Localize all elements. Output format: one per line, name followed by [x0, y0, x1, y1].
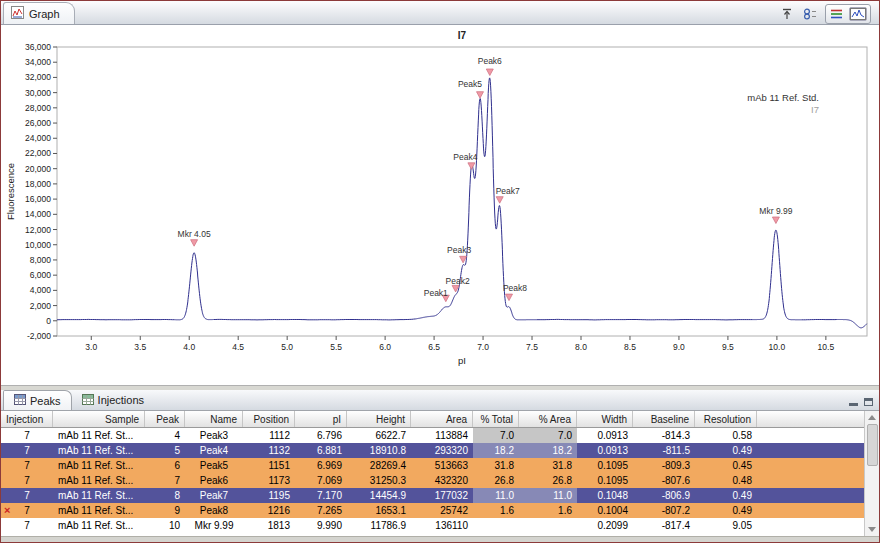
cell-width: 0.0913: [577, 428, 633, 443]
column-header-width[interactable]: Width: [577, 411, 633, 427]
column-header-baseline[interactable]: Baseline: [633, 411, 695, 427]
x-axis-label: pI: [458, 355, 466, 366]
cell-width: 0.1095: [577, 473, 633, 488]
cell-resolution: 9.05: [695, 518, 757, 533]
scroll-down-icon[interactable]: [868, 527, 876, 532]
column-header-resolution[interactable]: Resolution: [695, 411, 757, 427]
column-header-sample[interactable]: Sample: [53, 411, 145, 427]
cell-pct_total: 11.0: [473, 488, 519, 503]
chart-options-group: [825, 4, 871, 24]
column-header-peak[interactable]: Peak: [145, 411, 185, 427]
cell-pi: 6.881: [295, 443, 347, 458]
cell-position: 1813: [243, 518, 295, 533]
column-header-pi[interactable]: pI: [295, 411, 347, 427]
svg-text:6,000: 6,000: [30, 270, 52, 280]
legend-injection-label: I7: [811, 104, 819, 115]
tab-graph-label: Graph: [29, 8, 60, 20]
cell-baseline: -807.6: [633, 473, 695, 488]
table-row[interactable]: 7mAb 11 Ref. St...8Peak711957.17014454.9…: [1, 488, 864, 503]
tab-graph[interactable]: Graph: [3, 2, 75, 24]
peak-label: Peak8: [503, 283, 527, 293]
cell-resolution: 0.49: [695, 443, 757, 458]
peaks-table: InjectionSamplePeakNamePositionpIHeightA…: [1, 411, 879, 536]
cell-pi: 7.265: [295, 503, 347, 518]
cell-name: Peak4: [185, 443, 243, 458]
svg-text:5.0: 5.0: [281, 342, 293, 352]
excluded-icon: ×: [4, 503, 10, 518]
maximize-icon[interactable]: [864, 398, 873, 406]
column-header-area[interactable]: Area: [411, 411, 473, 427]
svg-text:3.5: 3.5: [134, 342, 146, 352]
legend-icon[interactable]: [829, 7, 845, 21]
marker-settings-icon[interactable]: [802, 7, 817, 21]
cell-name: Peak3: [185, 428, 243, 443]
cell-injection: 7: [1, 428, 53, 443]
cell-filler: [757, 473, 864, 488]
svg-text:30,000: 30,000: [25, 88, 51, 98]
electropherogram-chart[interactable]: I7-2,00002,0004,0006,0008,00010,00012,00…: [1, 25, 879, 381]
cell-area: 513663: [411, 458, 473, 473]
cell-position: 1216: [243, 503, 295, 518]
cell-injection: ×7: [1, 503, 53, 518]
cell-filler: [757, 488, 864, 503]
svg-text:4.5: 4.5: [232, 342, 244, 352]
cell-baseline: -814.3: [633, 428, 695, 443]
cell-height: 6622.7: [347, 428, 411, 443]
cell-pct_area: 31.8: [519, 458, 577, 473]
cell-peak: 9: [145, 503, 185, 518]
cell-width: 0.0913: [577, 443, 633, 458]
svg-text:9.0: 9.0: [673, 342, 685, 352]
cell-pi: 7.170: [295, 488, 347, 503]
column-header-injection[interactable]: Injection: [1, 411, 53, 427]
minimize-icon[interactable]: [849, 398, 858, 406]
cell-width: 0.2099: [577, 518, 633, 533]
tab-peaks[interactable]: Peaks: [3, 390, 72, 410]
cell-area: 136110: [411, 518, 473, 533]
cell-peak: 8: [145, 488, 185, 503]
table-row[interactable]: 7mAb 11 Ref. St...6Peak511516.96928269.4…: [1, 458, 864, 473]
graph-tabbar: Graph: [1, 1, 879, 25]
cell-filler: [757, 458, 864, 473]
table-row[interactable]: 7mAb 11 Ref. St...4Peak311126.7966622.71…: [1, 428, 864, 443]
cell-pct_total: [473, 518, 519, 533]
table-header: InjectionSamplePeakNamePositionpIHeightA…: [1, 411, 864, 428]
svg-text:36,000: 36,000: [25, 42, 51, 52]
column-header-position[interactable]: Position: [243, 411, 295, 427]
pin-icon[interactable]: [780, 7, 794, 21]
table-row[interactable]: 7mAb 11 Ref. St...5Peak411326.88118910.8…: [1, 443, 864, 458]
vertical-scrollbar[interactable]: [864, 411, 879, 536]
table-row[interactable]: 7mAb 11 Ref. St...10Mkr 9.9918139.990117…: [1, 518, 864, 533]
graph-panel: I7-2,00002,0004,0006,0008,00010,00012,00…: [1, 25, 879, 386]
svg-text:14,000: 14,000: [25, 209, 51, 219]
cell-pct_total: 1.6: [473, 503, 519, 518]
cell-position: 1173: [243, 473, 295, 488]
peak-label: Peak7: [496, 186, 520, 196]
cell-pct_area: [519, 518, 577, 533]
cell-pct_total: 31.8: [473, 458, 519, 473]
cell-pct_total: 7.0: [473, 428, 519, 443]
cell-pct_area: 18.2: [519, 443, 577, 458]
table-row[interactable]: 7mAb 11 Ref. St...7Peak611737.06931250.3…: [1, 473, 864, 488]
column-header-height[interactable]: Height: [347, 411, 411, 427]
overlay-icon[interactable]: [849, 7, 867, 21]
cell-baseline: -806.9: [633, 488, 695, 503]
cell-height: 14454.9: [347, 488, 411, 503]
plot-area: [57, 47, 867, 336]
svg-text:26,000: 26,000: [25, 118, 51, 128]
svg-text:5.5: 5.5: [330, 342, 342, 352]
cell-peak: 7: [145, 473, 185, 488]
cell-name: Peak7: [185, 488, 243, 503]
tab-injections[interactable]: Injections: [72, 390, 154, 410]
cell-width: 0.1048: [577, 488, 633, 503]
cell-baseline: -817.4: [633, 518, 695, 533]
cell-resolution: 0.58: [695, 428, 757, 443]
svg-text:10.0: 10.0: [769, 342, 786, 352]
cell-pct_total: 26.8: [473, 473, 519, 488]
scrollbar-thumb[interactable]: [867, 424, 878, 466]
column-header-name[interactable]: Name: [185, 411, 243, 427]
column-header-pct_total[interactable]: % Total: [473, 411, 519, 427]
column-header-pct_area[interactable]: % Area: [519, 411, 577, 427]
injections-tab-icon: [82, 394, 94, 407]
table-row[interactable]: ×7mAb 11 Ref. St...9Peak812167.2651653.1…: [1, 503, 864, 518]
scroll-up-icon[interactable]: [868, 415, 876, 420]
